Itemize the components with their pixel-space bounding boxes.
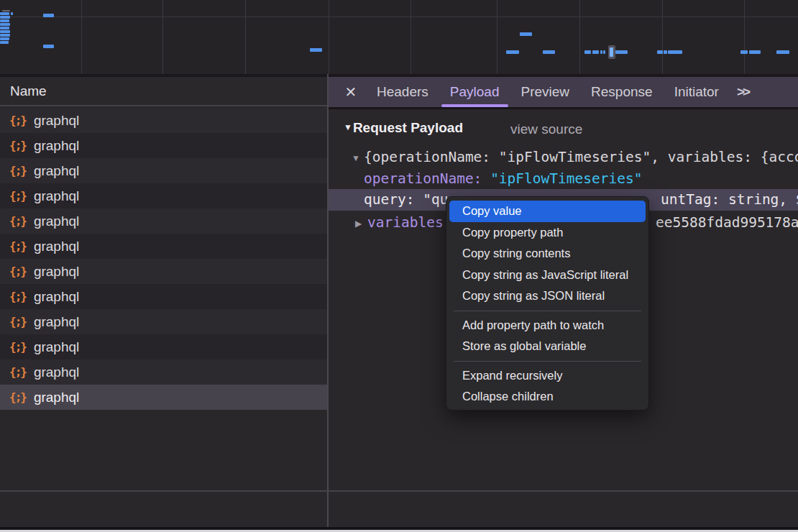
json-braces-icon: {;} [9, 340, 26, 354]
waterfall-request-bar[interactable] [43, 45, 54, 48]
request-name-label: graphql [34, 138, 79, 154]
tab-headers[interactable]: Headers [366, 77, 439, 107]
request-rows: {;}graphql{;}graphql{;}graphql{;}graphql… [0, 108, 327, 410]
waterfall-gridline [497, 0, 497, 74]
view-source-link[interactable]: view source [510, 121, 582, 137]
waterfall-gridline [411, 0, 411, 74]
name-column-label: Name [10, 83, 47, 99]
request-name-label: graphql [34, 364, 79, 380]
close-details-icon[interactable]: ✕ [336, 83, 366, 101]
menu-item-copy-string-as-javascript-literal[interactable]: Copy string as JavaScript literal [449, 265, 646, 286]
waterfall-request-bar[interactable] [664, 50, 667, 54]
menu-item-copy-value[interactable]: Copy value [449, 201, 646, 222]
waterfall-request-bar[interactable] [0, 30, 10, 33]
waterfall-request-bar[interactable] [657, 50, 663, 54]
waterfall-request-bar[interactable] [749, 50, 761, 54]
waterfall-gridline [744, 0, 745, 74]
request-payload-section-title[interactable]: ▼Request Payload [344, 120, 463, 136]
more-tabs-icon[interactable]: >> [737, 84, 748, 100]
request-row[interactable]: {;}graphql [0, 234, 327, 259]
detail-tabbar: ✕ HeadersPayloadPreviewResponseInitiator… [329, 77, 798, 107]
waterfall-hover-marker-bar [610, 47, 613, 57]
waterfall-request-bar[interactable] [0, 19, 9, 22]
json-braces-icon: {;} [9, 265, 26, 278]
request-row[interactable]: {;}graphql [0, 259, 327, 284]
payload-variables-line[interactable]: variables [367, 212, 444, 234]
waterfall-request-bar[interactable] [11, 12, 13, 15]
request-row[interactable]: {;}graphql [0, 284, 327, 309]
menu-item-expand-recursively[interactable]: Expand recursively [449, 365, 646, 387]
query-text-right: untTag: string, $f [661, 189, 798, 211]
tab-preview[interactable]: Preview [510, 77, 581, 107]
request-name-label: graphql [34, 264, 79, 280]
waterfall-request-bar[interactable] [520, 32, 532, 36]
menu-separator [454, 311, 641, 311]
network-overview-waterfall[interactable] [0, 0, 798, 74]
menu-separator [454, 361, 641, 362]
request-row[interactable]: {;}graphql [0, 208, 327, 234]
devtools-network-panel: Name {;}graphql{;}graphql{;}graphql{;}gr… [0, 0, 798, 532]
waterfall-request-bar[interactable] [506, 50, 519, 54]
waterfall-gridline [329, 0, 329, 74]
menu-item-add-property-path-to-watch[interactable]: Add property path to watch [449, 315, 646, 336]
request-name-label: graphql [34, 214, 79, 229]
menu-item-store-as-global-variable[interactable]: Store as global variable [449, 336, 646, 357]
tab-initiator[interactable]: Initiator [664, 77, 730, 107]
request-row[interactable]: {;}graphql [0, 334, 327, 359]
waterfall-request-bar[interactable] [0, 16, 10, 19]
waterfall-request-bar[interactable] [740, 50, 748, 54]
footer-divider [0, 490, 798, 492]
waterfall-request-bar[interactable] [600, 50, 602, 54]
section-collapse-icon: ▼ [344, 122, 352, 132]
tab-response[interactable]: Response [580, 77, 664, 107]
waterfall-request-bar[interactable] [43, 14, 54, 17]
waterfall-request-bar[interactable] [603, 50, 605, 54]
menu-item-copy-string-contents[interactable]: Copy string contents [449, 243, 646, 265]
waterfall-gridline [579, 0, 580, 74]
waterfall-request-bar[interactable] [0, 12, 9, 15]
waterfall-request-bar[interactable] [310, 48, 322, 52]
waterfall-request-bar[interactable] [543, 50, 555, 54]
waterfall-request-bar[interactable] [0, 37, 9, 40]
request-name-label: graphql [34, 390, 79, 405]
request-row[interactable]: {;}graphql [0, 133, 327, 158]
request-list-panel: Name {;}graphql{;}graphql{;}graphql{;}gr… [0, 77, 327, 532]
payload-operation-line[interactable]: operationName: "ipFlowTimeseries" [364, 168, 642, 190]
context-menu: Copy valueCopy property pathCopy string … [446, 196, 649, 411]
name-column-header[interactable]: Name [0, 77, 327, 106]
request-name-label: graphql [34, 188, 79, 204]
request-row[interactable]: {;}graphql [0, 359, 327, 385]
request-row[interactable]: {;}graphql [0, 183, 327, 208]
tab-payload[interactable]: Payload [439, 77, 510, 107]
menu-item-copy-property-path[interactable]: Copy property path [449, 222, 646, 244]
waterfall-request-bar[interactable] [0, 27, 9, 29]
json-braces-icon: {;} [9, 114, 26, 127]
query-text-left: query: "qu [364, 189, 448, 211]
waterfall-request-bar[interactable] [615, 50, 628, 54]
waterfall-request-bar[interactable] [0, 34, 10, 37]
json-braces-icon: {;} [9, 239, 26, 253]
waterfall-request-bar[interactable] [592, 50, 599, 54]
waterfall-request-bar[interactable] [0, 41, 9, 44]
waterfall-request-bar[interactable] [776, 50, 789, 54]
waterfall-request-bar[interactable] [0, 23, 10, 26]
payload-preview-line[interactable]: {operationName: "ipFlowTimeseries", vari… [364, 147, 798, 168]
waterfall-gridline [162, 0, 163, 74]
waterfall-request-bar[interactable] [668, 50, 682, 54]
json-braces-icon: {;} [9, 315, 26, 329]
request-row[interactable]: {;}graphql [0, 108, 327, 133]
request-row[interactable]: {;}graphql [0, 158, 327, 183]
json-braces-icon: {;} [9, 365, 26, 379]
json-braces-icon: {;} [9, 214, 26, 228]
tree-expand-icon[interactable]: ▼ [352, 153, 360, 163]
menu-item-collapse-children[interactable]: Collapse children [449, 386, 646, 408]
request-name-label: graphql [34, 113, 79, 129]
request-row[interactable]: {;}graphql [0, 309, 327, 334]
waterfall-gridline [81, 0, 82, 74]
request-row[interactable]: {;}graphql [0, 385, 327, 410]
tree-collapsed-icon[interactable]: ▶ [355, 219, 362, 229]
request-name-label: graphql [34, 289, 79, 305]
waterfall-request-bar[interactable] [584, 50, 591, 54]
menu-item-copy-string-as-json-literal[interactable]: Copy string as JSON literal [449, 285, 646, 307]
json-braces-icon: {;} [9, 164, 26, 178]
